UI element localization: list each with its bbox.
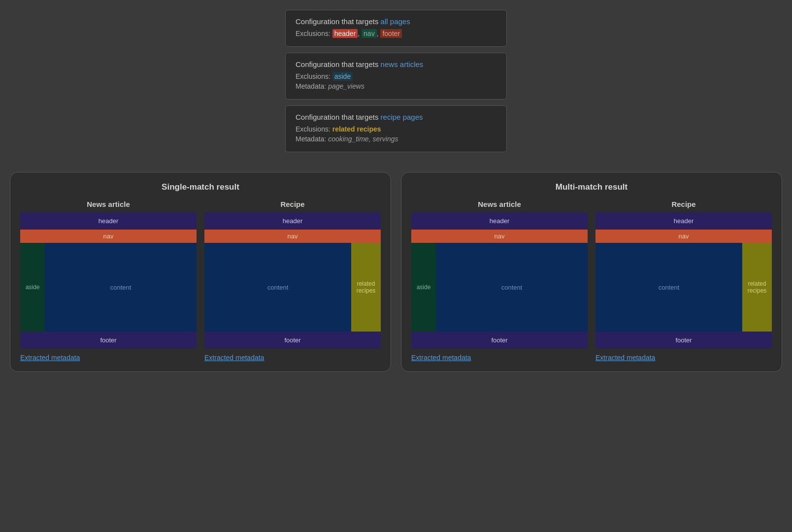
single-news-aside: aside — [20, 243, 45, 332]
single-recipe-content: content — [204, 243, 351, 332]
config-1-title: Configuration that targets all pages — [296, 17, 496, 26]
single-news-mock: header nav aside content footer — [20, 212, 197, 349]
multi-recipe-content: content — [595, 243, 742, 332]
multi-news-nav: nav — [411, 230, 588, 243]
config-2-prefix: Configuration that targets — [296, 60, 381, 68]
single-news-label: News article — [20, 200, 197, 208]
multi-recipe-body: content relatedrecipes — [595, 243, 772, 332]
multi-recipe-mock: header nav content relatedrecipes footer — [595, 212, 772, 349]
exclusions-label-3: Exclusions: — [296, 125, 332, 133]
single-recipe-footer: footer — [204, 332, 381, 349]
single-recipe-mock: header nav content relatedrecipes footer — [204, 212, 381, 349]
config-3-exclusions: Exclusions: related recipes — [296, 125, 496, 133]
multi-news-footer: footer — [411, 332, 588, 349]
config-3-metadata: Metadata: cooking_time, servings — [296, 135, 496, 143]
multi-recipe-label: Recipe — [595, 200, 772, 208]
multi-match-articles: News article header nav aside content fo… — [411, 200, 772, 362]
multi-news-mock: header nav aside content footer — [411, 212, 588, 349]
single-recipe-nav: nav — [204, 230, 381, 243]
config-3-target: recipe pages — [381, 113, 423, 121]
multi-news-extracted[interactable]: Extracted metadata — [411, 354, 588, 362]
single-recipe-header: header — [204, 212, 381, 230]
multi-recipe-header: header — [595, 212, 772, 230]
single-recipe-body: content relatedrecipes — [204, 243, 381, 332]
config-card-3: Configuration that targets recipe pages … — [285, 105, 507, 152]
config-card-1: Configuration that targets all pages Exc… — [285, 10, 507, 47]
multi-recipe-footer: footer — [595, 332, 772, 349]
single-recipe-related: relatedrecipes — [351, 243, 381, 332]
multi-match-panel: Multi-match result News article header n… — [401, 172, 782, 372]
tag-header: header — [332, 29, 358, 38]
config-card-2: Configuration that targets news articles… — [285, 53, 507, 100]
exclusions-label-2: Exclusions: — [296, 72, 332, 80]
config-1-target: all pages — [381, 17, 410, 26]
tag-aside: aside — [332, 72, 353, 81]
tag-nav: nav — [362, 29, 377, 38]
results-section: Single-match result News article header … — [10, 172, 782, 372]
multi-news-body: aside content — [411, 243, 588, 332]
multi-news-aside: aside — [411, 243, 436, 332]
config-2-exclusions: Exclusions: aside — [296, 72, 496, 80]
multi-recipe-extracted[interactable]: Extracted metadata — [595, 354, 772, 362]
metadata-value-3: cooking_time, servings — [328, 135, 398, 143]
config-1-prefix: Configuration that targets — [296, 17, 381, 26]
tag-footer: footer — [380, 29, 402, 38]
single-recipe-col: Recipe header nav content relatedrecipes… — [204, 200, 381, 362]
single-match-articles: News article header nav aside content fo… — [20, 200, 381, 362]
config-3-title: Configuration that targets recipe pages — [296, 113, 496, 121]
single-news-col: News article header nav aside content fo… — [20, 200, 197, 362]
metadata-label-2: Metadata: — [296, 82, 328, 90]
single-match-panel: Single-match result News article header … — [10, 172, 391, 372]
multi-news-header: header — [411, 212, 588, 230]
multi-recipe-related: relatedrecipes — [742, 243, 772, 332]
multi-news-content: content — [436, 243, 588, 332]
multi-recipe-col: Recipe header nav content relatedrecipes… — [595, 200, 772, 362]
multi-news-label: News article — [411, 200, 588, 208]
config-1-exclusions: Exclusions: header, nav, footer — [296, 30, 496, 37]
single-recipe-extracted[interactable]: Extracted metadata — [204, 354, 381, 362]
single-news-extracted[interactable]: Extracted metadata — [20, 354, 197, 362]
single-news-content: content — [45, 243, 197, 332]
tag-related: related recipes — [332, 125, 381, 133]
config-2-title: Configuration that targets news articles — [296, 60, 496, 68]
multi-match-title: Multi-match result — [411, 182, 772, 192]
metadata-label-3: Metadata: — [296, 135, 328, 143]
multi-news-col: News article header nav aside content fo… — [411, 200, 588, 362]
config-2-metadata: Metadata: page_views — [296, 82, 496, 90]
single-news-footer: footer — [20, 332, 197, 349]
config-section: Configuration that targets all pages Exc… — [10, 10, 782, 152]
single-recipe-label: Recipe — [204, 200, 381, 208]
single-match-title: Single-match result — [20, 182, 381, 192]
multi-recipe-nav: nav — [595, 230, 772, 243]
single-news-body: aside content — [20, 243, 197, 332]
exclusions-label: Exclusions: — [296, 30, 332, 37]
config-3-prefix: Configuration that targets — [296, 113, 381, 121]
single-news-header: header — [20, 212, 197, 230]
config-2-target: news articles — [381, 60, 424, 68]
metadata-value-2: page_views — [328, 82, 364, 90]
single-news-nav: nav — [20, 230, 197, 243]
